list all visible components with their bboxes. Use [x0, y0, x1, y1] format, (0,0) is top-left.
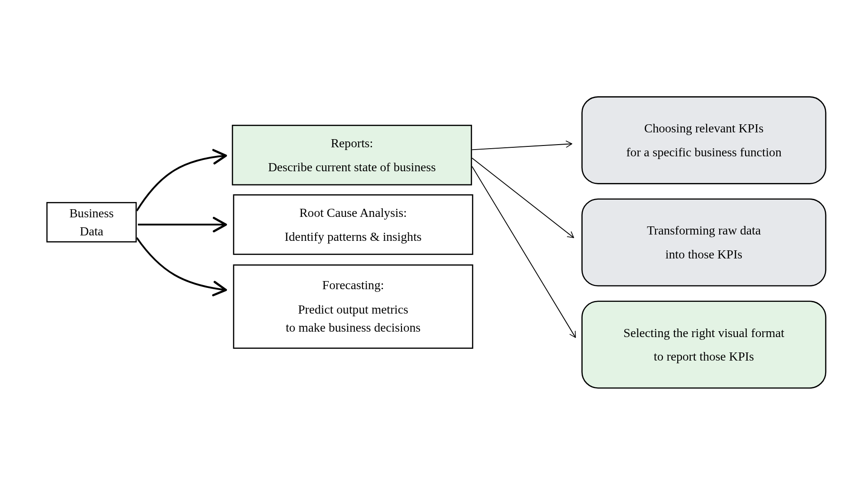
- node-business-data: Business Data: [47, 202, 137, 242]
- kpi-choose-line2: for a specific business function: [626, 143, 782, 161]
- node-kpi-visual: Selecting the right visual format to rep…: [581, 300, 826, 389]
- node-kpi-choose: Choosing relevant KPIs for a specific bu…: [581, 96, 826, 184]
- kpi-choose-line1: Choosing relevant KPIs: [644, 119, 764, 137]
- root-cause-desc: Identify patterns & insights: [285, 228, 422, 246]
- kpi-transform-line2: into those KPIs: [665, 245, 742, 263]
- forecasting-desc2: to make business decisions: [286, 319, 420, 337]
- reports-title: Reports:: [331, 134, 373, 152]
- kpi-visual-line1: Selecting the right visual format: [623, 324, 784, 342]
- diagram-canvas: Business Data Reports: Describe current …: [0, 0, 868, 488]
- business-data-line1: Business: [69, 204, 113, 222]
- node-kpi-transform: Transforming raw data into those KPIs: [581, 198, 826, 286]
- business-data-line2: Data: [80, 222, 103, 240]
- forecasting-title: Forecasting:: [322, 277, 384, 295]
- node-reports: Reports: Describe current state of busin…: [232, 125, 472, 185]
- node-forecasting: Forecasting: Predict output metrics to m…: [233, 264, 473, 349]
- kpi-visual-line2: to report those KPIs: [654, 347, 754, 366]
- kpi-transform-line1: Transforming raw data: [647, 221, 761, 239]
- reports-desc: Describe current state of business: [268, 158, 436, 176]
- forecasting-desc1: Predict output metrics: [298, 300, 408, 319]
- root-cause-title: Root Cause Analysis:: [299, 203, 407, 221]
- node-root-cause: Root Cause Analysis: Identify patterns &…: [233, 194, 473, 255]
